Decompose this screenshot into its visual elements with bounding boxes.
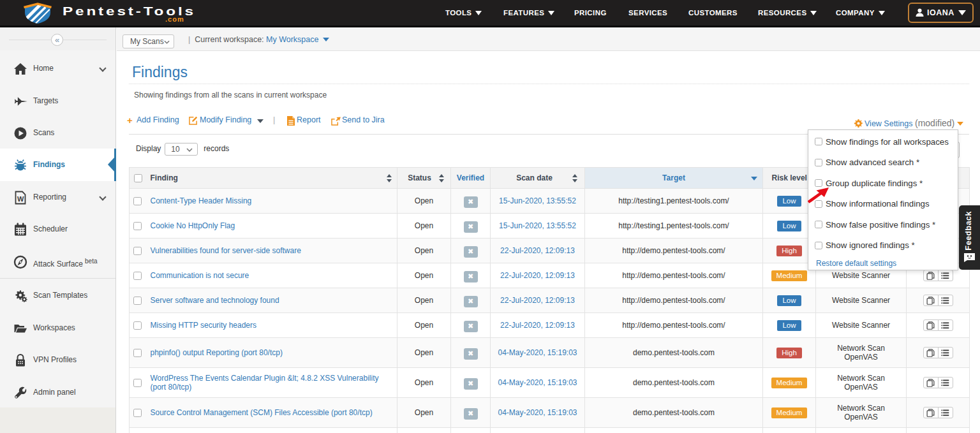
svg-text:W: W xyxy=(17,195,24,203)
